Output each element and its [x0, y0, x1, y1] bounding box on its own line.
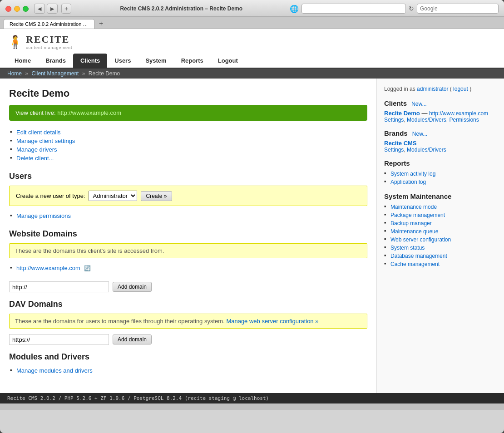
minimize-button[interactable]: [14, 6, 20, 12]
dav-domain-input[interactable]: [9, 334, 109, 345]
browser-window: ◀ ▶ + Recite CMS 2.0.2 Administration – …: [0, 0, 504, 433]
nav-logout[interactable]: Logout: [211, 54, 245, 68]
browser-tab-active[interactable]: Recite CMS 2.0.2 Administration –...: [4, 19, 94, 29]
list-item: System status: [384, 244, 497, 252]
list-item: Web server configuration: [384, 236, 497, 244]
domain-link[interactable]: http://www.example.com: [16, 265, 80, 271]
domain-input[interactable]: [9, 281, 109, 292]
system-activity-log-link[interactable]: System activity log: [390, 171, 435, 177]
add-domain-button[interactable]: Add domain: [113, 282, 152, 292]
brand-settings-link[interactable]: Settings: [384, 147, 404, 153]
new-tab-button[interactable]: +: [61, 4, 71, 14]
close-button[interactable]: [5, 6, 11, 12]
nav-users[interactable]: Users: [107, 54, 138, 68]
modules-list: Manage modules and drivers: [9, 366, 367, 375]
list-item: Edit client details: [9, 128, 367, 137]
sidebar-reports-list: System activity log Application log: [384, 170, 497, 186]
nav-brands[interactable]: Brands: [38, 54, 73, 68]
edit-client-link[interactable]: Edit client details: [16, 129, 61, 136]
sidebar-system-title: System Maintenance: [384, 192, 497, 200]
web-server-config-link[interactable]: Web server configuration: [390, 236, 451, 243]
new-tab-icon[interactable]: +: [96, 19, 106, 29]
nav-system[interactable]: System: [138, 54, 173, 68]
breadcrumb-sep-2: »: [82, 70, 85, 77]
client-settings-link[interactable]: Settings: [384, 117, 404, 123]
create-user-button[interactable]: Create »: [141, 191, 172, 201]
maximize-button[interactable]: [23, 6, 29, 12]
list-item: Manage client settings: [9, 137, 367, 145]
client-permissions-link[interactable]: Permissions: [449, 117, 479, 123]
reload-button[interactable]: ↻: [409, 5, 414, 12]
list-item: Application log: [384, 178, 497, 186]
breadcrumb-home[interactable]: Home: [7, 70, 22, 77]
breadcrumb-current: Recite Demo: [89, 70, 120, 77]
login-user-link[interactable]: administrator: [417, 86, 448, 92]
sidebar-client-url[interactable]: http://www.example.com: [429, 110, 488, 117]
view-client-link[interactable]: http://www.example.com: [57, 109, 121, 116]
login-paren-close: ): [469, 86, 471, 92]
list-item: Manage modules and drivers: [9, 366, 367, 375]
breadcrumb-client-management[interactable]: Client Management: [31, 70, 79, 77]
window-title: Recite CMS 2.0.2 Administration – Recite…: [77, 5, 286, 12]
page-title: Recite Demo: [9, 88, 367, 99]
backup-manager-link[interactable]: Backup manager: [390, 220, 432, 226]
database-management-link[interactable]: Database management: [390, 253, 447, 259]
sidebar-client-name[interactable]: Recite Demo: [384, 110, 420, 117]
user-type-select[interactable]: Administrator Editor Viewer: [89, 191, 137, 201]
sidebar-brand-entry: Recite CMS Settings, Modules/Drivers: [384, 140, 497, 153]
user-links-list: Manage permissions: [9, 212, 367, 220]
scrollbar-area[interactable]: [0, 403, 504, 410]
list-item: Backup manager: [384, 219, 497, 227]
sidebar-client-entry: Recite Demo — http://www.example.com Set…: [384, 110, 497, 123]
nav-clients[interactable]: Clients: [73, 54, 107, 68]
sidebar-clients-title: Clients New...: [384, 99, 497, 107]
manage-modules-link[interactable]: Manage modules and drivers: [16, 367, 93, 374]
view-client-label: View client live:: [15, 109, 57, 116]
modules-drivers-heading: Modules and Drivers: [9, 352, 367, 362]
sidebar-client-dash: —: [421, 110, 429, 117]
list-item: Maintenance mode: [384, 203, 497, 211]
brand-modules-link[interactable]: Modules/Drivers: [407, 147, 446, 153]
list-item: Package management: [384, 211, 497, 219]
address-bar[interactable]: [301, 4, 406, 14]
list-item: Cache management: [384, 260, 497, 268]
sidebar-clients-new[interactable]: New...: [411, 101, 426, 107]
traffic-lights: [5, 6, 29, 12]
sidebar-system-list: Maintenance mode Package management Back…: [384, 203, 497, 268]
view-client-banner: View client live: http://www.example.com: [9, 105, 367, 121]
manage-webserver-link[interactable]: Manage web server configuration »: [226, 318, 318, 325]
search-bar[interactable]: [417, 4, 499, 14]
sidebar-client-links: Settings, Modules/Drivers, Permissions: [384, 117, 497, 123]
delete-client-link[interactable]: Delete client...: [16, 155, 54, 162]
logout-link[interactable]: logout: [453, 86, 468, 92]
logo-main: RECITE: [26, 34, 73, 45]
forward-button[interactable]: ▶: [47, 4, 58, 14]
list-item: Database management: [384, 252, 497, 260]
domain-list: http://www.example.com 🔄: [9, 264, 367, 272]
system-status-link[interactable]: System status: [390, 245, 425, 251]
client-modules-link[interactable]: Modules/Drivers: [407, 117, 446, 123]
back-button[interactable]: ◀: [34, 4, 45, 14]
manage-drivers-link[interactable]: Manage drivers: [16, 146, 57, 153]
package-management-link[interactable]: Package management: [390, 212, 445, 218]
nav-home[interactable]: Home: [7, 54, 38, 68]
maintenance-mode-link[interactable]: Maintenance mode: [390, 204, 437, 210]
main-nav: Home Brands Clients Users System Reports…: [7, 54, 497, 68]
breadcrumb: Home » Client Management » Recite Demo: [0, 69, 504, 79]
manage-permissions-link[interactable]: Manage permissions: [16, 212, 71, 219]
website-domains-info-text: These are the domains this client's site…: [15, 247, 164, 254]
list-item: Maintenance queue: [384, 227, 497, 236]
maintenance-queue-link[interactable]: Maintenance queue: [390, 228, 438, 235]
sidebar-brands-new[interactable]: New...: [412, 131, 427, 137]
logo-sub: content management: [26, 45, 73, 50]
application-log-link[interactable]: Application log: [390, 179, 426, 185]
dav-domains-info: These are the domains for users to manag…: [9, 314, 367, 329]
nav-reports[interactable]: Reports: [174, 54, 211, 68]
cache-management-link[interactable]: Cache management: [390, 261, 440, 267]
sidebar-brand-name[interactable]: Recite CMS: [384, 140, 417, 147]
domain-icon: 🔄: [84, 265, 91, 271]
manage-settings-link[interactable]: Manage client settings: [16, 138, 75, 144]
sidebar-brand-links: Settings, Modules/Drivers: [384, 147, 497, 153]
address-bar-area: 🌐 ↻: [290, 4, 499, 14]
add-dav-domain-button[interactable]: Add domain: [113, 335, 152, 344]
